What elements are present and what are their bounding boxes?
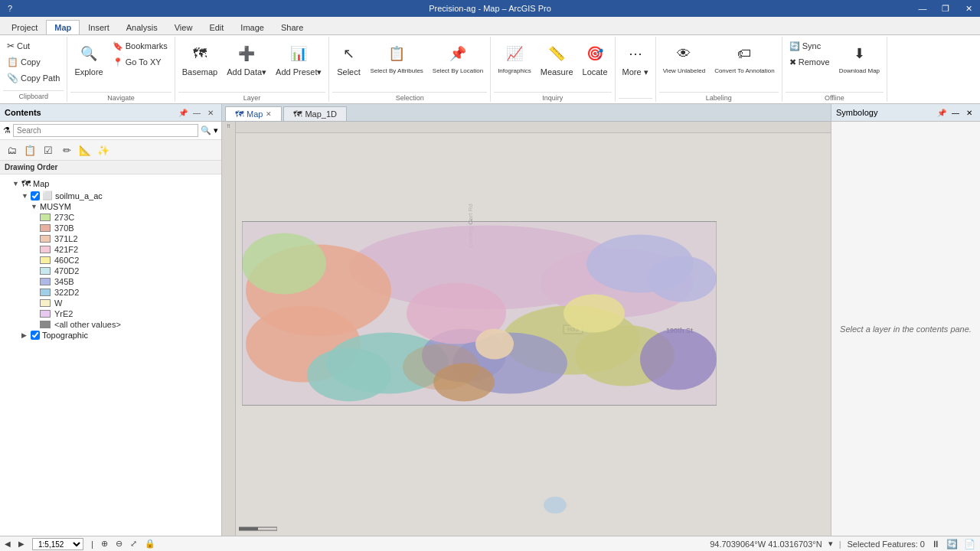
full-extent-button[interactable]: ⤢: [130, 539, 137, 549]
contents-compare-button[interactable]: ✨: [95, 142, 112, 158]
swatch-470D2: [40, 267, 51, 275]
layout-button[interactable]: 📄: [964, 539, 975, 549]
tree-item-topographic[interactable]: ▶ Topographic: [0, 330, 221, 341]
contents-snapping-button[interactable]: 📐: [77, 142, 93, 158]
tab-insert[interactable]: Insert: [80, 20, 118, 34]
tree-item-musym[interactable]: ▼ MUSYM: [0, 201, 221, 212]
add-preset-button[interactable]: 📊 Add Preset▾: [272, 38, 325, 90]
contents-close-button[interactable]: ✕: [204, 106, 217, 119]
contents-pin-button[interactable]: 📌: [177, 106, 189, 119]
contents-minimize-button[interactable]: —: [191, 106, 203, 119]
group-labeling-label: Labeling: [659, 92, 779, 102]
contents-list-button[interactable]: 🗂: [3, 142, 20, 158]
app-title: Precision-ag - Map – ArcGIS Pro: [429, 4, 551, 13]
map-canvas[interactable]: ft Corning Cart Rd 190th St H33 N51: [222, 122, 831, 536]
symbology-header: Symbology 📌 — ✕: [831, 104, 980, 122]
topographic-checkbox[interactable]: [31, 331, 40, 340]
tab-analysis[interactable]: Analysis: [118, 20, 166, 34]
add-preset-icon: 📊: [286, 41, 311, 66]
select-by-location-button[interactable]: 📌 Select By Location: [429, 38, 487, 90]
maximize-button[interactable]: ❐: [934, 0, 957, 17]
svg-point-16: [564, 295, 625, 333]
contents-header: Contents 📌 — ✕: [0, 104, 221, 122]
expand-soilmu-icon: ▼: [21, 192, 31, 200]
search-icon[interactable]: 🔍: [201, 126, 211, 135]
soilmu-checkbox[interactable]: [31, 191, 40, 201]
group-navigate-label: Navigate: [70, 92, 171, 102]
zoom-out-button[interactable]: ⊖: [116, 539, 122, 549]
contents-edit-button[interactable]: ✏: [58, 142, 75, 158]
close-button[interactable]: ✕: [957, 0, 980, 17]
remove-button[interactable]: ✖ Remove: [786, 54, 834, 70]
add-data-button[interactable]: ➕ Add Data▾: [223, 38, 270, 90]
group-clipboard-label: Clipboard: [3, 90, 64, 100]
map-ruler-top: [236, 122, 831, 133]
soil-map-svg: [242, 220, 717, 407]
view-unlabeled-button[interactable]: 👁 View Unlabeled: [659, 38, 709, 90]
legend-370B: 370B: [0, 223, 221, 233]
group-selection-label: Selection: [332, 92, 487, 102]
scale-select[interactable]: 1:5,152 1:10,000 1:25,000: [32, 538, 83, 550]
select-by-attributes-button[interactable]: 📋 Select By Attributes: [366, 38, 426, 90]
map-tab-map[interactable]: 🗺 Map ✕: [225, 106, 282, 121]
refresh-button[interactable]: 🔄: [946, 539, 958, 549]
select-button[interactable]: ↖ Select: [332, 38, 364, 90]
tab-share[interactable]: Share: [273, 20, 312, 34]
sync-button[interactable]: 🔄 Sync: [786, 38, 834, 54]
basemap-button[interactable]: 🗺 Basemap: [178, 38, 221, 90]
goto-xy-button[interactable]: 📍 Go To XY: [109, 54, 172, 70]
map-icon: 🗺: [21, 178, 31, 189]
download-icon: ⬇: [847, 41, 871, 66]
symbology-content: Select a layer in the contents pane.: [831, 122, 980, 536]
help-icon[interactable]: ?: [8, 0, 12, 17]
tab-view[interactable]: View: [166, 20, 201, 34]
pause-button[interactable]: ⏸: [931, 539, 940, 549]
legend-460C2: 460C2: [0, 255, 221, 266]
expand-musym-icon: ▼: [31, 203, 40, 210]
explore-button[interactable]: 🔍 Explore: [70, 38, 106, 90]
tree-item-soilmu[interactable]: ▼ ⬜ soilmu_a_ac: [0, 190, 221, 201]
minimize-button[interactable]: —: [911, 0, 934, 17]
download-map-button[interactable]: ⬇ Download Map: [835, 38, 884, 90]
bookmarks-button[interactable]: 🔖 Bookmarks: [109, 38, 172, 54]
locate-button[interactable]: 🎯 Locate: [579, 38, 612, 90]
measure-button[interactable]: 📏 Measure: [537, 38, 577, 90]
search-input[interactable]: [13, 124, 198, 137]
copy-path-icon: 📎: [7, 73, 18, 83]
ribbon-tabs: Project Map Insert Analysis View Edit Im…: [0, 17, 980, 35]
scale-controls: |: [91, 540, 93, 549]
coordinates-toggle[interactable]: ▾: [828, 539, 833, 549]
expand-map-icon: ▼: [12, 180, 21, 187]
tab-project[interactable]: Project: [3, 20, 46, 34]
cut-button[interactable]: ✂ Cut: [3, 38, 64, 54]
tab-edit[interactable]: Edit: [201, 20, 232, 34]
zoom-in-button[interactable]: ⊕: [101, 539, 108, 549]
symbology-minimize-button[interactable]: —: [949, 106, 962, 119]
map-tab-map1d[interactable]: 🗺 Map_1D: [283, 106, 347, 121]
symbology-close-button[interactable]: ✕: [963, 106, 975, 119]
group-navigate: 🔍 Explore 🔖 Bookmarks 📍 Go To XY Navigat…: [67, 37, 175, 102]
contents-source-button[interactable]: 📋: [21, 142, 38, 158]
more-button[interactable]: ⋯ More ▾: [619, 38, 652, 90]
contents-selection-button[interactable]: ☑: [40, 142, 57, 158]
prev-extent-button[interactable]: ◀: [5, 540, 11, 548]
titlebar: ? Precision-ag - Map – ArcGIS Pro — ❐ ✕: [0, 0, 980, 17]
copy-button[interactable]: 📋 Copy: [3, 54, 64, 70]
copy-path-button[interactable]: 📎 Copy Path: [3, 70, 64, 86]
search-menu-icon[interactable]: ▾: [214, 126, 218, 135]
tab-map[interactable]: Map: [46, 20, 80, 34]
sync-icon: 🔄: [789, 41, 800, 51]
window-controls: — ❐ ✕: [911, 0, 980, 17]
measure-icon: 📏: [544, 41, 569, 66]
statusbar-right: 94.7039064°W 41.0316703°N ▾ | Selected F…: [710, 539, 975, 549]
copy-icon: 📋: [7, 57, 18, 67]
symbology-pin-button[interactable]: 📌: [936, 106, 948, 119]
next-extent-button[interactable]: ▶: [18, 540, 24, 548]
tree-item-map[interactable]: ▼ 🗺 Map: [0, 178, 221, 190]
map-tab-map-close[interactable]: ✕: [266, 110, 272, 118]
svg-point-19: [475, 329, 514, 360]
tab-image[interactable]: Image: [232, 20, 273, 34]
fixed-zoom-button[interactable]: 🔒: [145, 539, 155, 549]
infographics-button[interactable]: 📈 Infographics: [494, 38, 535, 90]
convert-annotation-button[interactable]: 🏷 Convert To Annotation: [710, 38, 779, 90]
